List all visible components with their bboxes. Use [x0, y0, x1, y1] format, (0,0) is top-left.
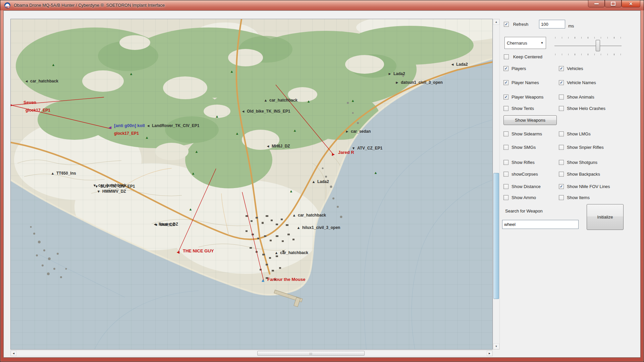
checkbox-box[interactable] — [559, 145, 564, 150]
horizontal-scroll-thumb[interactable]: ||| — [257, 351, 365, 356]
app-logo-icon — [4, 2, 11, 9]
checkbox-show-shotguns[interactable]: Show Shotguns — [559, 160, 597, 165]
checkbox-box[interactable] — [503, 106, 508, 111]
checkbox-box[interactable] — [503, 131, 508, 136]
checkbox-label: Show Animals — [567, 95, 594, 100]
checkbox-box[interactable] — [503, 184, 508, 189]
search-weapon-input[interactable] — [502, 220, 579, 229]
green-unit-marker-icon: ▲ — [289, 189, 293, 193]
checkbox-box[interactable]: ✓ — [503, 66, 508, 71]
checkbox-player-names[interactable]: ✓Player Names — [503, 80, 539, 85]
close-button[interactable]: ✕ — [622, 0, 640, 7]
title-bar[interactable]: Obama Drone MQ-5A/B Hunter / Cyberdyne ®… — [0, 0, 644, 10]
green-unit-marker-icon: ▲ — [230, 70, 234, 73]
search-weapon-label: Search for Weapon — [505, 208, 543, 214]
checkbox-show-distance[interactable]: Show Distance — [503, 184, 541, 189]
vehicle-arrow-icon: ▼ — [95, 185, 99, 188]
checkbox-show-lmgs[interactable]: Show LMGs — [559, 131, 591, 136]
checkbox-label: Show Snpier Rifles — [567, 145, 604, 150]
minimize-button[interactable] — [588, 0, 605, 7]
checkbox-player-weapons[interactable]: ✓Player Weapons — [503, 94, 543, 100]
vehicle-label: ATV_CZ_EP1 — [357, 146, 382, 150]
initialize-button[interactable]: Initialize — [587, 204, 624, 230]
vehicle-label: SUV_TK_CIV_EP1 — [100, 184, 135, 189]
vehicle-arrow-icon: ◄ — [451, 63, 454, 66]
scroll-down-button[interactable]: ▼ — [493, 344, 499, 349]
player-weapon-label: glock17_EP1 — [25, 108, 50, 113]
checkbox-show-smgs[interactable]: Show SMGs — [503, 144, 536, 150]
checkbox-box[interactable]: ✓ — [559, 184, 564, 189]
vehicle-label: car_hatchback — [30, 79, 58, 83]
checkbox-box[interactable] — [559, 106, 564, 111]
player-arrow-icon: ► — [331, 152, 336, 157]
vehicle-arrow-icon: ◄ — [266, 144, 270, 148]
map-horizontal-scrollbar[interactable]: ◄ ||| ► — [10, 350, 493, 356]
checkbox-box[interactable] — [559, 160, 564, 165]
checkbox-box[interactable]: ✓ — [559, 80, 564, 85]
window-controls: ✕ — [588, 0, 640, 7]
checkbox-box[interactable] — [559, 172, 564, 177]
checkbox-show-ammo[interactable]: Show Ammo — [503, 195, 536, 200]
checkbox-players[interactable]: ✓Players — [503, 66, 526, 71]
scroll-up-button[interactable]: ▲ — [493, 19, 499, 25]
maximize-button[interactable] — [605, 0, 622, 7]
checkbox-box[interactable] — [559, 131, 564, 136]
checkbox-vehicle-names[interactable]: ✓Vehicle Names — [559, 80, 596, 85]
checkbox-label: Show SMGs — [512, 145, 536, 150]
checkbox-vehicles[interactable]: ✓Vehicles — [559, 66, 583, 71]
checkbox-box[interactable]: ✓ — [503, 80, 508, 85]
checkbox-box[interactable] — [503, 145, 508, 150]
checkbox-show-sidearms[interactable]: Show Sidearms — [503, 131, 542, 136]
show-weapons-button[interactable]: Show Weapons — [503, 115, 557, 125]
green-unit-marker-icon: ▲ — [52, 63, 55, 67]
checkbox-label: Show Tents — [512, 106, 534, 111]
green-unit-marker-icon: ▲ — [189, 207, 193, 211]
green-unit-marker-icon: ▲ — [235, 132, 239, 135]
scroll-right-icon: ► — [488, 352, 491, 355]
checkbox-box[interactable] — [503, 160, 508, 165]
scroll-left-button[interactable]: ◄ — [11, 351, 16, 356]
checkbox-box[interactable] — [559, 195, 564, 200]
vehicle-arrow-icon: ► — [388, 72, 392, 76]
vehicle-arrow-icon: ▲ — [297, 226, 301, 230]
checkbox-box[interactable] — [559, 95, 564, 100]
checkbox-show-tents[interactable]: Show Tents — [503, 106, 534, 111]
player-arrow-icon: ▲ — [261, 278, 265, 283]
checkbox-show-backpacks[interactable]: Show Backpacks — [559, 171, 600, 177]
map-vertical-scrollbar[interactable]: ▲ ▼ — [493, 19, 500, 350]
vehicle-label: datsun1_civil_3_open — [401, 80, 443, 85]
checkbox-box[interactable]: ✓ — [559, 66, 564, 71]
checkbox-showcorpses[interactable]: showCorpses — [503, 171, 538, 177]
app-window: Obama Drone MQ-5A/B Hunter / Cyberdyne ®… — [0, 0, 644, 362]
green-unit-marker-icon: ▲ — [307, 100, 311, 103]
scroll-up-icon: ▲ — [495, 20, 498, 23]
maximize-icon — [611, 2, 615, 6]
vertical-scroll-thumb[interactable] — [493, 173, 499, 299]
vehicle-arrow-icon: ▲ — [275, 251, 278, 255]
map-viewport[interactable]: ◄car_hatchback◄Lada2►Lada2►datsun1_civil… — [10, 19, 493, 350]
checkbox-show-animals[interactable]: Show Animals — [559, 94, 594, 100]
vehicle-label: TT650_Ins — [56, 171, 76, 176]
green-unit-marker-icon: ▲ — [129, 72, 133, 76]
green-unit-marker-icon: ▲ — [192, 172, 195, 175]
checkbox-box[interactable]: ✓ — [503, 95, 508, 100]
vehicle-label: Ural_DZ — [160, 222, 175, 227]
player-name-label: Jared R — [338, 150, 354, 155]
vehicle-arrow-icon: ▲ — [312, 180, 316, 184]
checkbox-show-rifles[interactable]: Show Rifles — [503, 160, 535, 165]
checkbox-label: Vehicles — [567, 66, 583, 71]
checkbox-label: Players — [512, 66, 526, 71]
checkbox-label: Show Items — [567, 195, 590, 200]
vehicle-arrow-icon: ◄ — [25, 79, 29, 83]
vehicle-label: car_hatchback — [269, 98, 298, 103]
checkbox-show-nme-fov-lines[interactable]: ✓Show NMe FOV Lines — [559, 184, 610, 189]
control-panel: ✓ Refresh ms Chernarus ▼ Keep Centered ✓… — [502, 19, 637, 260]
checkbox-show-snpier-rifles[interactable]: Show Snpier Rifles — [559, 144, 604, 150]
scroll-right-button[interactable]: ► — [487, 351, 492, 356]
checkbox-box[interactable] — [503, 172, 508, 177]
checkbox-label: Player Weapons — [512, 95, 543, 100]
checkbox-box[interactable] — [503, 195, 508, 200]
checkbox-show-helo-crashes[interactable]: Show Helo Crashes — [559, 106, 605, 111]
checkbox-show-items[interactable]: Show Items — [559, 195, 590, 200]
window-title: Obama Drone MQ-5A/B Hunter / Cyberdyne ®… — [14, 3, 165, 8]
